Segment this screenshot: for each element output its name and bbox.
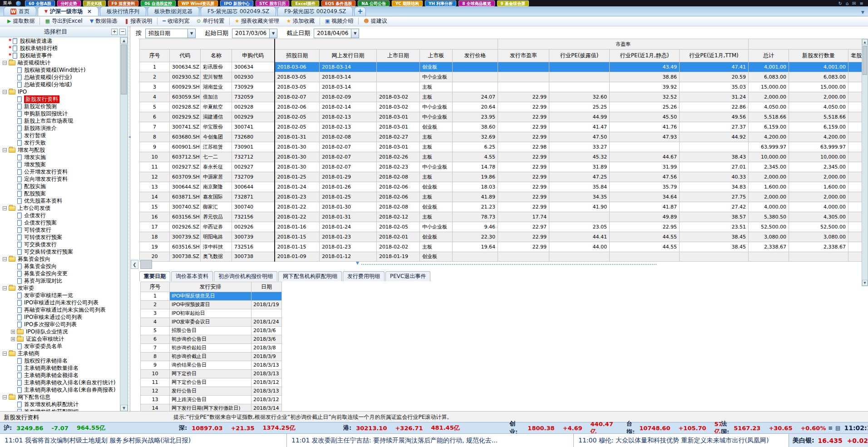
cell[interactable]: 603156.SH: [170, 212, 201, 222]
cell[interactable]: 20.64: [453, 102, 498, 112]
cell[interactable]: 44.99: [549, 112, 610, 122]
cell[interactable]: 主板: [420, 172, 453, 182]
cell[interactable]: 2018-02-08: [320, 132, 377, 142]
corner-icon[interactable]: ✉: [852, 0, 856, 6]
cell[interactable]: 主板: [420, 92, 453, 102]
cell[interactable]: 4,000.00: [749, 202, 789, 212]
cell[interactable]: 淳中科技: [201, 242, 232, 252]
cell[interactable]: 御家汇: [201, 202, 232, 212]
cell[interactable]: 10,000.00: [789, 152, 848, 162]
table-row[interactable]: 20300738.SZ奥飞数据3007382018-01-092018-01-1…: [140, 252, 862, 262]
cell[interactable]: [610, 142, 680, 152]
cell[interactable]: 明阳电路: [201, 232, 232, 242]
cell[interactable]: 31.24: [680, 92, 749, 102]
sidebar-item[interactable]: 总融资规模(分地域): [0, 81, 120, 88]
cell[interactable]: 25.25: [549, 102, 610, 112]
cell[interactable]: 奥飞数据: [201, 252, 232, 262]
cell[interactable]: 603680.SH: [170, 132, 201, 142]
cell[interactable]: 网上路演公告日: [170, 396, 252, 404]
cell[interactable]: [848, 222, 862, 232]
sidebar-item[interactable]: 发审委委员名单: [0, 343, 120, 350]
cell[interactable]: 35.79: [610, 182, 680, 192]
cell[interactable]: 2018/3/13: [252, 361, 282, 370]
cell[interactable]: 17.74: [498, 212, 549, 222]
cell[interactable]: 22.99: [498, 202, 549, 212]
sidebar-item[interactable]: 主承销商承销收入排名(来自发行统计): [0, 379, 120, 386]
cell[interactable]: 22.99: [498, 92, 549, 102]
toolbar-button[interactable]: ▶提取数据: [4, 17, 38, 25]
cell[interactable]: 002928: [232, 102, 275, 112]
cell[interactable]: [848, 132, 862, 142]
cell[interactable]: 2018-01-23: [320, 242, 377, 252]
schedule-row[interactable]: 2IPO申报预披露日2018/1/19: [141, 301, 282, 309]
cell[interactable]: [377, 72, 420, 82]
cell[interactable]: 湖南盐业: [201, 82, 232, 92]
cell[interactable]: 52,500.00: [749, 222, 789, 232]
cell[interactable]: 603709.SH: [170, 172, 201, 182]
cell[interactable]: 603712.SH: [170, 152, 201, 162]
collapse-node-icon[interactable]: −: [3, 257, 7, 261]
cell[interactable]: 14: [140, 192, 170, 202]
cell[interactable]: 2018-03-01: [377, 112, 420, 122]
cell[interactable]: 19: [140, 242, 170, 252]
toolbar-button[interactable]: ▼数据筛选: [86, 17, 121, 25]
sidebar-item[interactable]: 募集资金投向: [0, 263, 120, 270]
cell[interactable]: 22.99: [498, 172, 549, 182]
cell[interactable]: 5,518.66: [749, 112, 789, 122]
cell[interactable]: 2018/1/24: [252, 318, 282, 327]
table-row[interactable]: 17002926.SZ华西证券0029262018-01-162018-01-2…: [140, 222, 862, 232]
sidebar-item[interactable]: 可交换债发行: [0, 241, 120, 248]
sidebar-item[interactable]: +IPO排队企业情况: [0, 328, 120, 335]
cell[interactable]: 江苏租赁: [201, 142, 232, 152]
cell[interactable]: 34.64: [610, 192, 680, 202]
cell[interactable]: 2018-01-12: [320, 252, 377, 262]
cell[interactable]: 2018-03-02: [377, 92, 420, 102]
cell[interactable]: [680, 142, 749, 152]
cell[interactable]: 2018/3/6: [252, 335, 282, 344]
column-header[interactable]: 申购代码: [232, 50, 275, 62]
cell[interactable]: 2018-03-14: [320, 82, 377, 92]
collapse-node-icon[interactable]: −: [3, 90, 7, 94]
cell[interactable]: 主板: [420, 242, 453, 252]
cell[interactable]: 25.26: [610, 102, 680, 112]
cell[interactable]: 2018/1/19: [252, 301, 282, 309]
sidebar-item[interactable]: 发审委审核结果一览: [0, 292, 120, 299]
cell[interactable]: 润建通信: [201, 112, 232, 122]
column-header[interactable]: 网上发行日期: [320, 50, 377, 62]
cell[interactable]: 4,050.00: [789, 102, 848, 112]
cell[interactable]: 2018-02-06: [377, 182, 420, 192]
cell[interactable]: 2018-02-07: [320, 152, 377, 162]
detail-tab[interactable]: 网下配售机构获配明细: [278, 271, 342, 281]
detail-tab[interactable]: 初步询价机构报价明细: [214, 271, 277, 281]
schedule-row[interactable]: 9询价结果公告日2018/3/13: [141, 361, 282, 370]
cell[interactable]: 34.35: [549, 192, 610, 202]
detail-tab[interactable]: 发行费用明细: [343, 271, 385, 281]
column-header[interactable]: 序号: [140, 50, 170, 62]
cell[interactable]: 22.99: [498, 162, 549, 172]
collapse-all-button[interactable]: −: [119, 29, 126, 35]
table-row[interactable]: 6002929.SZ润建通信0029292018-02-052018-02-13…: [140, 112, 862, 122]
cell[interactable]: 45.32: [549, 152, 610, 162]
schedule-row[interactable]: 8初步询价截止日2018/3/9: [141, 353, 282, 361]
cell[interactable]: 3: [141, 309, 170, 318]
detail-tab[interactable]: 重要日期: [139, 271, 170, 281]
quick-launch-button[interactable]: WP Wind资讯屏: [178, 0, 218, 6]
cell[interactable]: 1,600.00: [789, 182, 848, 192]
cell[interactable]: 6: [140, 112, 170, 122]
cell[interactable]: 2018-03-05: [275, 72, 320, 82]
cell[interactable]: 732712: [232, 152, 275, 162]
cell[interactable]: 16: [140, 212, 170, 222]
cell[interactable]: 2018-01-22: [275, 202, 320, 212]
cell[interactable]: 2018-01-31: [320, 212, 377, 222]
cell[interactable]: 10: [141, 370, 170, 378]
cell[interactable]: 22.99: [498, 232, 549, 242]
cell[interactable]: 002926: [232, 222, 275, 232]
news-item[interactable]: 11:00 穆伦: 大众以体量和科技优势 重新定义未来城市出行(凤凰网): [574, 434, 789, 447]
cell[interactable]: 8: [141, 353, 170, 361]
cell[interactable]: 300738: [232, 252, 275, 262]
sidebar-item[interactable]: 增发预案: [0, 161, 120, 168]
cell[interactable]: 2018-02-05: [377, 222, 420, 232]
news-item[interactable]: 11:01 我省将首次编制村级土地规划 服务乡村振兴战略(湖北日报): [0, 434, 287, 447]
app-tab[interactable]: F9-紫光国芯 002049.SZ: [277, 6, 353, 16]
start-date-input[interactable]: 2017/03/06 ▼: [232, 29, 277, 38]
